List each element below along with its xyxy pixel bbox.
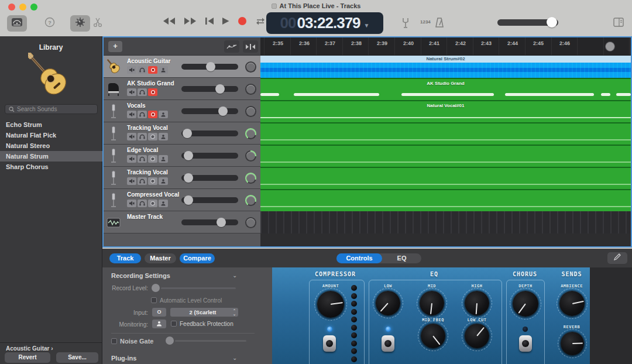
mute-button[interactable] xyxy=(127,66,136,74)
solo-headphones-button[interactable] xyxy=(138,200,147,207)
mute-button[interactable] xyxy=(127,88,136,96)
catch-playhead-button[interactable] xyxy=(243,40,258,53)
input-format-button[interactable]: O xyxy=(152,308,166,317)
pan-knob[interactable] xyxy=(245,84,256,95)
track-header-vocals[interactable]: Vocals xyxy=(104,100,260,122)
noise-gate-knob[interactable] xyxy=(166,336,174,345)
solo-headphones-button[interactable] xyxy=(138,133,147,140)
quick-help-button[interactable]: ? xyxy=(40,15,60,32)
rewind-button[interactable] xyxy=(163,17,176,25)
region-vocal-take[interactable] xyxy=(260,145,631,167)
pan-knob[interactable] xyxy=(245,61,256,73)
volume-thumb[interactable] xyxy=(184,151,193,160)
segment-eq[interactable]: EQ xyxy=(382,253,421,263)
record-button[interactable] xyxy=(238,16,247,26)
lcd-display[interactable]: 00 03:22.379 ▼ xyxy=(266,12,383,34)
region-natural-vocal[interactable]: Natural Vocal#01 xyxy=(260,100,631,122)
revert-button[interactable]: Revert xyxy=(5,352,50,363)
search-sounds-field[interactable]: Search Sounds xyxy=(5,104,98,114)
region-vocal-take[interactable] xyxy=(260,122,631,145)
library-toggle-button[interactable] xyxy=(7,15,27,32)
save-button[interactable]: Save... xyxy=(56,352,98,363)
mid-knob[interactable] xyxy=(420,291,444,315)
volume-thumb[interactable] xyxy=(217,218,226,227)
editors-button[interactable] xyxy=(88,15,108,32)
volume-slider[interactable] xyxy=(181,197,238,203)
collapse-chevron-icon[interactable]: ⌄ xyxy=(232,355,237,361)
count-in-button[interactable]: 1234 xyxy=(420,19,431,25)
mid-freq-knob[interactable] xyxy=(421,324,445,348)
library-item[interactable]: Echo Strum xyxy=(0,119,102,130)
ambience-knob[interactable] xyxy=(559,291,585,316)
depth-knob[interactable] xyxy=(513,291,538,317)
tab-master[interactable]: Master xyxy=(145,253,176,263)
master-track-lane[interactable] xyxy=(260,211,631,233)
display-toggle-icon[interactable] xyxy=(613,18,624,29)
mute-button[interactable] xyxy=(127,155,136,163)
record-level-knob[interactable] xyxy=(152,284,160,292)
pan-knob[interactable] xyxy=(245,195,256,206)
pan-knob[interactable] xyxy=(245,150,256,162)
region-natural-strum[interactable]: Natural Strum#02 xyxy=(260,56,631,78)
master-volume-slider[interactable] xyxy=(497,19,558,26)
play-button[interactable] xyxy=(222,17,229,25)
region-vocal-take[interactable] xyxy=(260,167,631,189)
reverb-knob[interactable] xyxy=(561,332,584,355)
zoom-slider-knob[interactable] xyxy=(606,42,614,51)
track-header-edge-vocal[interactable]: Edge Vocal xyxy=(104,145,260,167)
cycle-button[interactable] xyxy=(255,17,266,26)
volume-slider[interactable] xyxy=(181,153,238,159)
input-monitoring-button[interactable] xyxy=(159,133,168,140)
patch-breadcrumb[interactable]: Acoustic Guitar › xyxy=(6,345,53,352)
region-vocal-take[interactable] xyxy=(260,189,631,211)
volume-slider-thumb[interactable] xyxy=(547,17,557,28)
mute-button[interactable] xyxy=(127,177,136,185)
volume-thumb[interactable] xyxy=(206,62,215,71)
compressor-switch[interactable] xyxy=(323,335,336,352)
noise-gate-track[interactable] xyxy=(175,340,246,342)
record-level-track[interactable] xyxy=(161,287,236,289)
library-item[interactable]: Sharp Chorus xyxy=(0,162,102,172)
tuner-icon[interactable] xyxy=(401,17,410,31)
smart-controls-button[interactable] xyxy=(70,15,90,32)
fast-forward-button[interactable] xyxy=(184,17,197,25)
input-monitoring-button[interactable] xyxy=(159,66,168,74)
solo-headphones-button[interactable] xyxy=(138,155,147,163)
add-track-button[interactable]: + xyxy=(108,41,122,52)
input-monitoring-button[interactable] xyxy=(159,200,168,207)
volume-slider[interactable] xyxy=(181,86,238,92)
volume-slider[interactable] xyxy=(181,131,238,136)
volume-thumb[interactable] xyxy=(184,173,193,183)
timeline-ruler[interactable]: 2:35 2:36 2:37 2:38 2:39 2:40 2:41 2:42 … xyxy=(260,37,631,56)
collapse-chevron-icon[interactable]: ⌄ xyxy=(232,272,237,279)
go-to-beginning-button[interactable] xyxy=(205,17,214,25)
volume-slider[interactable] xyxy=(181,64,238,70)
track-header-ak-studio-grand[interactable]: AK Studio Grand xyxy=(104,78,260,100)
feedback-protection-checkbox[interactable] xyxy=(171,321,177,327)
track-header-tracking-vocal-2[interactable]: Tracking Vocal xyxy=(104,167,260,189)
volume-thumb[interactable] xyxy=(218,107,228,116)
input-monitoring-button[interactable] xyxy=(159,177,168,185)
solo-headphones-button[interactable] xyxy=(138,66,147,74)
volume-thumb[interactable] xyxy=(215,84,225,94)
volume-slider[interactable] xyxy=(181,108,238,114)
record-enable-button[interactable] xyxy=(148,200,157,207)
volume-slider[interactable] xyxy=(181,175,238,181)
high-knob[interactable] xyxy=(465,291,489,315)
tab-track[interactable]: Track xyxy=(109,253,141,263)
library-item-selected[interactable]: Natural Strum xyxy=(0,151,102,162)
solo-headphones-button[interactable] xyxy=(138,88,147,96)
region-ak-studio-grand[interactable]: AK Studio Grand xyxy=(260,78,631,100)
track-header-master-track[interactable]: Master Track xyxy=(104,211,260,233)
chorus-switch[interactable] xyxy=(519,335,532,352)
segment-controls[interactable]: Controls xyxy=(336,253,382,263)
noise-gate-checkbox[interactable] xyxy=(111,338,117,344)
low-cut-knob[interactable] xyxy=(465,324,489,348)
automation-pencil-button[interactable] xyxy=(607,252,627,264)
low-knob[interactable] xyxy=(376,291,400,315)
library-item[interactable]: Natural Flat Pick xyxy=(0,130,102,140)
tab-compare[interactable]: Compare xyxy=(180,253,215,263)
track-header-acoustic-guitar[interactable]: Acoustic Guitar xyxy=(104,56,260,78)
pan-knob[interactable] xyxy=(245,106,256,117)
track-header-tracking-vocal-1[interactable]: Tracking Vocal xyxy=(104,122,260,145)
